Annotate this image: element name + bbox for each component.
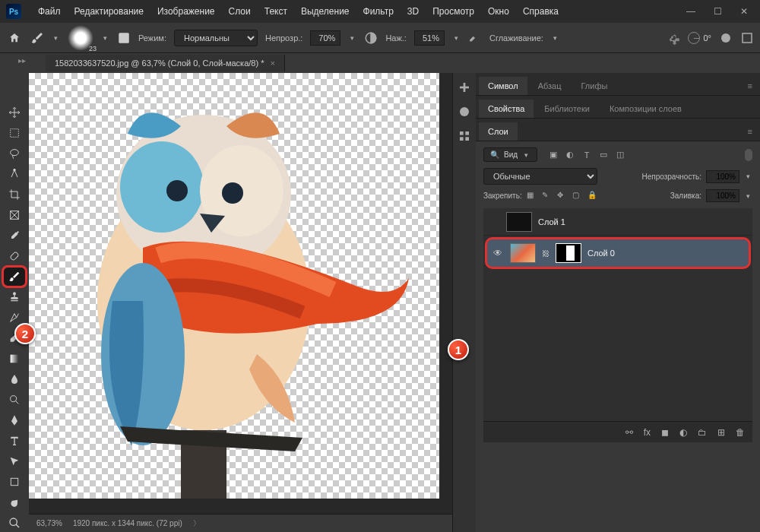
panel-menu-icon[interactable]: ≡ <box>740 77 760 95</box>
layer-name[interactable]: Слой 0 <box>587 249 615 258</box>
layer-row-0[interactable]: 👁 ⛓ Слой 0 <box>485 237 751 269</box>
filter-shape-icon[interactable]: ▭ <box>598 150 609 160</box>
frame-tool[interactable] <box>4 206 25 224</box>
swatches-icon[interactable] <box>458 129 471 143</box>
filter-type-icon[interactable]: T <box>581 150 592 160</box>
gradient-tool[interactable] <box>4 350 25 368</box>
eyedropper-tool[interactable] <box>4 226 25 245</box>
brush-settings-icon[interactable] <box>117 31 131 45</box>
menu-window[interactable]: Окно <box>482 3 515 20</box>
symmetry-icon[interactable] <box>740 31 754 45</box>
marquee-tool[interactable] <box>4 124 25 142</box>
angle-control[interactable]: 0° <box>688 32 711 44</box>
status-chevron[interactable]: 〉 <box>193 518 201 529</box>
mask-link-icon[interactable]: ⛓ <box>542 249 549 258</box>
layer-blend-select[interactable]: Обычные <box>483 168 597 185</box>
lasso-tool[interactable] <box>4 144 25 163</box>
menu-image[interactable]: Изображение <box>151 3 221 20</box>
group-icon[interactable]: 🗀 <box>698 427 707 438</box>
tab-close-icon[interactable]: × <box>270 59 274 68</box>
filter-smart-icon[interactable]: ◫ <box>615 150 625 160</box>
pressure-opacity-icon[interactable] <box>364 31 378 45</box>
menu-text[interactable]: Текст <box>258 3 293 20</box>
brush-size-chevron[interactable]: ▾ <box>101 34 109 42</box>
hand-tool[interactable] <box>4 493 25 511</box>
new-layer-icon[interactable]: ⊞ <box>717 427 725 438</box>
path-select-tool[interactable] <box>4 452 25 470</box>
link-layers-icon[interactable]: ⚯ <box>625 427 633 438</box>
fill-chevron[interactable]: ▾ <box>744 192 752 200</box>
menu-layers[interactable]: Слои <box>223 3 257 20</box>
brush-preset-chevron[interactable]: ▾ <box>52 34 60 42</box>
quick-select-tool[interactable] <box>4 165 25 183</box>
menu-3d[interactable]: 3D <box>401 3 425 20</box>
tab-character[interactable]: Символ <box>479 77 527 95</box>
layer-thumbnail[interactable] <box>510 243 536 263</box>
opacity-input[interactable] <box>310 30 340 46</box>
tab-libraries[interactable]: Библиотеки <box>535 100 599 118</box>
filter-toggle[interactable] <box>745 149 752 161</box>
crop-tool[interactable] <box>4 185 25 204</box>
document-tab[interactable]: 1582033637520.jpg @ 63,7% (Слой 0, Слой-… <box>46 55 285 71</box>
maximize-button[interactable]: ☐ <box>714 6 722 17</box>
close-button[interactable]: ✕ <box>740 6 748 17</box>
layer-opacity-chevron[interactable]: ▾ <box>744 173 752 180</box>
adjustment-icon[interactable]: ◐ <box>679 427 687 438</box>
brush-tool-icon[interactable] <box>30 31 44 45</box>
tab-layer-comps[interactable]: Композиции слоев <box>600 100 691 118</box>
fx-icon[interactable]: fx <box>644 427 651 438</box>
brush-tool[interactable] <box>4 268 25 286</box>
gear-icon[interactable] <box>667 31 680 45</box>
tab-layers[interactable]: Слои <box>479 122 518 141</box>
expand-toolbar-icon[interactable]: ▸▸ <box>18 56 26 65</box>
layers-menu-icon[interactable]: ≡ <box>740 122 760 141</box>
menu-edit[interactable]: Редактирование <box>68 3 150 20</box>
shape-tool[interactable] <box>4 473 25 491</box>
color-icon[interactable] <box>458 105 471 119</box>
opacity-chevron[interactable]: ▾ <box>348 34 356 42</box>
layer-thumbnail[interactable] <box>506 212 532 232</box>
zoom-level[interactable]: 63,73% <box>36 519 62 527</box>
document-dimensions[interactable]: 1920 пикс. x 1344 пикс. (72 ppi) <box>73 519 182 527</box>
home-icon[interactable] <box>6 30 23 46</box>
tab-glyphs[interactable]: Глифы <box>572 77 617 95</box>
mask-thumbnail[interactable] <box>556 243 581 263</box>
filter-adjust-icon[interactable]: ◐ <box>565 150 575 160</box>
delete-layer-icon[interactable]: 🗑 <box>736 427 745 438</box>
menu-file[interactable]: Файл <box>32 3 67 20</box>
lock-pixels-icon[interactable]: ▦ <box>527 191 537 201</box>
healing-tool[interactable] <box>4 247 25 265</box>
tab-paragraph[interactable]: Абзац <box>529 77 571 95</box>
fill-input[interactable] <box>706 189 739 202</box>
menu-filter[interactable]: Фильтр <box>357 3 400 20</box>
menu-select[interactable]: Выделение <box>295 3 356 20</box>
canvas-viewport[interactable] <box>29 73 452 514</box>
minimize-button[interactable]: — <box>686 6 695 17</box>
tab-properties[interactable]: Свойства <box>479 100 534 118</box>
layer-name[interactable]: Слой 1 <box>538 217 565 226</box>
filter-kind-select[interactable]: 🔍 Вид ▾ <box>483 147 537 162</box>
lock-artboard-icon[interactable]: ▢ <box>572 191 583 201</box>
move-tool[interactable] <box>4 103 25 122</box>
stamp-tool[interactable] <box>4 288 25 306</box>
dock-panel-icon-1[interactable] <box>458 81 471 94</box>
lock-all-icon[interactable]: 🔒 <box>587 191 598 201</box>
blur-tool[interactable] <box>4 370 25 388</box>
pressure-size-icon[interactable] <box>719 31 733 45</box>
flow-input[interactable] <box>414 30 445 46</box>
lock-brush-icon[interactable]: ✎ <box>542 191 553 201</box>
type-tool[interactable] <box>4 432 25 450</box>
visibility-toggle[interactable]: 👁 <box>492 248 504 258</box>
smoothing-chevron[interactable]: ▾ <box>551 34 559 42</box>
blend-mode-select[interactable]: Нормальный <box>174 30 258 46</box>
menu-help[interactable]: Справка <box>517 3 565 20</box>
lock-position-icon[interactable]: ✥ <box>557 191 568 201</box>
zoom-tool[interactable] <box>4 514 25 532</box>
flow-chevron[interactable]: ▾ <box>452 34 461 42</box>
menu-view[interactable]: Просмотр <box>426 3 480 20</box>
airbrush-icon[interactable] <box>468 31 482 45</box>
filter-pixel-icon[interactable]: ▣ <box>548 150 559 160</box>
layer-opacity-input[interactable] <box>706 170 739 183</box>
layer-row-1[interactable]: Слой 1 <box>483 208 752 236</box>
pen-tool[interactable] <box>4 411 25 429</box>
